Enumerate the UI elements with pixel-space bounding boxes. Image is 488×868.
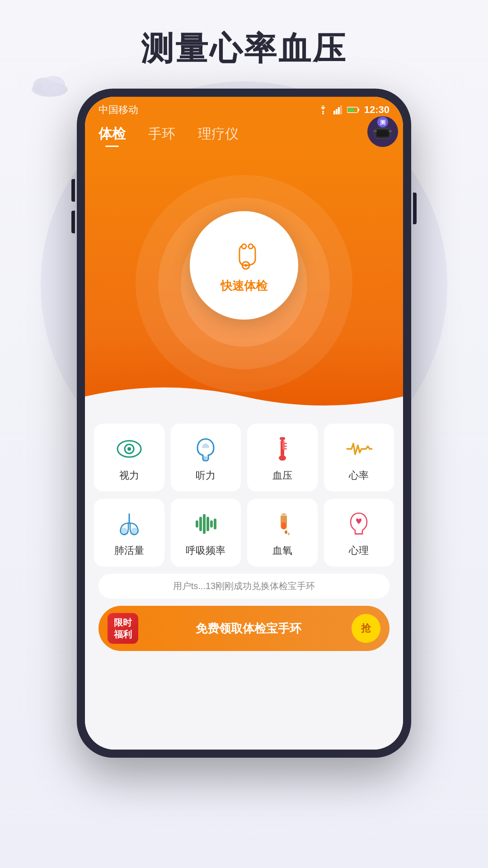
hearing-icon: [191, 434, 220, 463]
phone-screen: 中国移动: [85, 97, 403, 750]
svg-rect-38: [206, 517, 209, 531]
lungs-icon: [115, 509, 144, 538]
vision-label: 视力: [119, 469, 139, 482]
banner-text: 免费领取体检宝手环: [145, 621, 352, 637]
blood-oxygen-item[interactable]: SaO2 血氧: [247, 499, 318, 566]
quick-exam-button[interactable]: 快速体检: [190, 211, 298, 320]
svg-point-3: [322, 113, 324, 114]
power-button[interactable]: [413, 193, 417, 224]
svg-point-44: [285, 530, 287, 534]
svg-rect-42: [282, 522, 286, 529]
blood-oxygen-icon: SaO2: [268, 509, 297, 538]
heart-rate-label: 心率: [349, 469, 369, 482]
svg-rect-4: [333, 111, 335, 114]
svg-point-24: [127, 447, 131, 451]
psychology-icon: [344, 509, 373, 538]
tab-physical[interactable]: 体检: [99, 125, 126, 143]
heart-rate-icon: [344, 434, 373, 463]
stethoscope-icon: [226, 237, 262, 274]
lung-capacity-item[interactable]: 肺活量: [94, 499, 164, 566]
svg-rect-15: [389, 130, 392, 132]
status-right: 12:30: [317, 104, 389, 116]
svg-point-25: [203, 456, 207, 460]
volume-down-button[interactable]: [71, 211, 75, 233]
svg-rect-40: [214, 519, 216, 529]
carrier-label: 中国移动: [99, 103, 138, 117]
page-title: 测量心率血压: [141, 27, 347, 71]
notification-text: 用户ts...13刚刚成功兑换体检宝手环: [173, 581, 315, 591]
hearing-label: 听力: [196, 469, 216, 482]
svg-point-45: [288, 533, 290, 535]
blood-pressure-icon: [268, 434, 297, 463]
breath-rate-label: 呼吸频率: [186, 544, 225, 557]
svg-rect-14: [373, 130, 377, 132]
content-area: 视力 听力: [85, 415, 403, 750]
wristband-badge[interactable]: 测: [367, 116, 399, 147]
lung-capacity-label: 肺活量: [114, 544, 144, 557]
svg-point-21: [244, 264, 247, 267]
vision-icon: [115, 434, 144, 463]
signal-icon: [333, 105, 343, 114]
phone-frame: 中国移动: [77, 89, 411, 758]
svg-rect-13: [377, 130, 389, 137]
tab-therapy[interactable]: 理疗仪: [198, 125, 239, 143]
svg-rect-7: [340, 105, 342, 114]
svg-rect-6: [338, 107, 340, 114]
svg-point-34: [131, 528, 138, 535]
banner-badge-line1: 限时: [114, 617, 132, 628]
heart-rate-item[interactable]: 心率: [324, 424, 394, 491]
svg-point-2: [42, 76, 65, 94]
svg-text:测: 测: [380, 119, 385, 126]
blood-oxygen-label: 血氧: [272, 544, 292, 557]
svg-rect-36: [199, 517, 202, 531]
hero-section: 快速体检: [85, 152, 403, 415]
notification-bar: 用户ts...13刚刚成功兑换体检宝手环: [99, 574, 389, 599]
svg-rect-10: [348, 108, 354, 112]
svg-text:SaO2: SaO2: [278, 513, 287, 517]
svg-point-28: [279, 455, 286, 461]
svg-point-33: [120, 528, 127, 535]
status-bar: 中国移动: [85, 97, 403, 120]
breath-rate-icon: [191, 509, 220, 538]
grid-row-2: 肺活量 呼吸频率: [94, 499, 394, 566]
svg-rect-26: [280, 437, 285, 440]
vision-item[interactable]: 视力: [94, 424, 164, 491]
volume-up-button[interactable]: [71, 179, 75, 202]
cloud-decoration: [27, 72, 72, 101]
psychology-item[interactable]: 心理: [324, 499, 394, 566]
svg-rect-35: [196, 520, 198, 528]
blood-pressure-item[interactable]: 血压: [247, 424, 318, 491]
quick-exam-label: 快速体检: [221, 278, 267, 294]
svg-rect-9: [358, 108, 359, 111]
battery-icon: [347, 106, 360, 113]
wave-divider: [85, 378, 403, 415]
grid-row-1: 视力 听力: [94, 424, 394, 491]
psychology-label: 心理: [349, 544, 369, 557]
bottom-banner[interactable]: 限时 福利 免费领取体检宝手环 抢: [99, 606, 389, 651]
nav-tabs: 体检 手环 理疗仪 测: [85, 120, 403, 152]
tab-wristband[interactable]: 手环: [148, 125, 175, 143]
banner-badge-line2: 福利: [114, 628, 132, 640]
hearing-item[interactable]: 听力: [171, 424, 241, 491]
banner-badge: 限时 福利: [108, 613, 138, 644]
banner-grab-button[interactable]: 抢: [352, 614, 380, 643]
svg-rect-37: [203, 514, 206, 534]
svg-rect-5: [336, 109, 338, 114]
blood-pressure-label: 血压: [272, 469, 292, 482]
wifi-icon: [317, 105, 329, 114]
svg-rect-39: [210, 520, 213, 528]
status-time: 12:30: [364, 104, 389, 116]
breath-rate-item[interactable]: 呼吸频率: [171, 499, 241, 566]
